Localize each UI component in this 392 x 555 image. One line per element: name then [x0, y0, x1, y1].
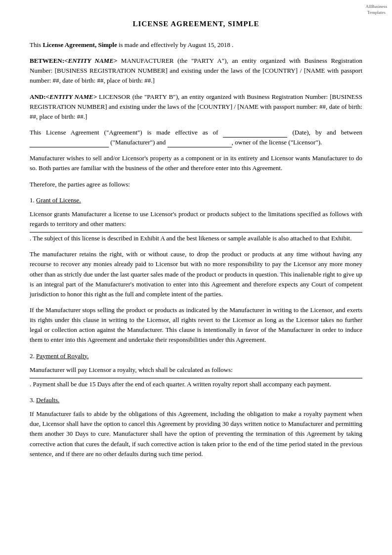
party-a-label: BETWEEN:: [30, 57, 64, 64]
territory-blank: [30, 232, 362, 232]
section-2-para1: Manufacturer will pay Licensor a royalty…: [30, 365, 362, 389]
date-blank: [223, 131, 287, 138]
section-1-para3: If the Manufacturer stops selling the pr…: [30, 305, 362, 345]
section-2-heading: Payment of Royalty.: [36, 352, 88, 360]
manufacturer-blank: [30, 140, 109, 147]
party-a-paragraph: BETWEEN:<ENTITY NAME> MANUFACTURER (the …: [30, 56, 362, 86]
agreement-name: License Agreement, Simple: [43, 41, 117, 48]
licensor-blank: [168, 140, 232, 147]
royalty-blank: [30, 378, 362, 378]
document-title: LICENSE AGREEMENT, SIMPLE: [30, 20, 362, 28]
agreement-intro-paragraph: This License Agreement ("Agreement") is …: [30, 128, 362, 147]
intro-paragraph: This License Agreement, Simple is made a…: [30, 40, 362, 50]
party-b-entity: <ENTITY NAME>: [46, 93, 97, 100]
section-3-para1: If Manufacturer fails to abide by the ob…: [30, 409, 362, 459]
section-1-para2: The manufacturer retains the right, with…: [30, 249, 362, 299]
section-1-title: 1. Grant of License.: [30, 195, 362, 205]
manufacturer-wishes-paragraph: Manufacturer wishes to sell and/or Licen…: [30, 153, 362, 173]
parties-agree-paragraph: Therefore, the parties agree as follows:: [30, 180, 362, 189]
section-3-heading: Defaults.: [36, 396, 59, 404]
section-1-para1: Licensor grants Manufacturer a license t…: [30, 209, 362, 243]
party-b-paragraph: AND:<ENTITY NAME> LICENSOR (the "PARTY B…: [30, 92, 362, 122]
section-3: 3. Defaults. If Manufacturer fails to ab…: [30, 395, 362, 459]
section-2: 2. Payment of Royalty. Manufacturer will…: [30, 351, 362, 389]
party-b-label: AND:: [30, 93, 46, 100]
section-1-heading: Grant of License.: [36, 196, 81, 204]
party-a-entity: <ENTITY NAME>: [64, 57, 117, 64]
section-1: 1. Grant of License. Licensor grants Man…: [30, 195, 362, 345]
brand-logo: AllBusiness Templates: [365, 4, 387, 15]
section-3-title: 3. Defaults.: [30, 395, 362, 405]
section-2-title: 2. Payment of Royalty.: [30, 351, 362, 361]
